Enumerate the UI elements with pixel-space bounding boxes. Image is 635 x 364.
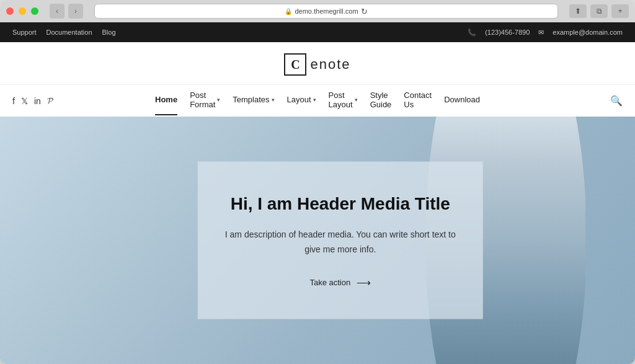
website-content: Support Documentation Blog 📞 (123)456-78… xyxy=(0,22,635,364)
hero-section: Hi, I am Header Media Title I am descrip… xyxy=(0,117,635,364)
minimize-button[interactable] xyxy=(19,7,26,15)
maximize-button[interactable] xyxy=(31,7,38,15)
nav-item-templates[interactable]: Templates ▾ xyxy=(233,95,274,107)
email-icon: ✉ xyxy=(538,29,544,37)
chevron-down-icon: ▾ xyxy=(313,97,316,103)
share-button[interactable]: ⬆ xyxy=(569,4,587,18)
logo-text: enote xyxy=(310,56,350,73)
phone-icon: 📞 xyxy=(468,29,476,37)
blog-link[interactable]: Blog xyxy=(102,29,116,36)
forward-button[interactable]: › xyxy=(68,4,83,19)
chevron-down-icon: ▾ xyxy=(217,97,220,103)
logo-area: C enote xyxy=(0,42,635,84)
newtab-button[interactable]: + xyxy=(611,4,629,18)
nav-item-post-layout[interactable]: Post Layout ▾ xyxy=(329,91,358,112)
chevron-down-icon: ▾ xyxy=(355,97,358,103)
browser-window: ‹ › 🔒 demo.themegrill.com ↻ ⬆ ⧉ + Suppor… xyxy=(0,0,635,364)
topbar-right: 📞 (123)456-7890 ✉ example@domain.com xyxy=(468,29,623,37)
nav-area: f 𝕏 in 𝓟 Home Post Format ▾ Templates ▾ xyxy=(0,84,635,117)
site-logo[interactable]: C enote xyxy=(284,53,350,76)
hero-title: Hi, I am Header Media Title xyxy=(223,192,458,215)
cta-arrow-icon: ⟶ xyxy=(357,277,371,288)
email-address: example@domain.com xyxy=(553,29,623,36)
browser-actions: ⬆ ⧉ + xyxy=(569,4,629,18)
nav-item-style-guide[interactable]: Style Guide xyxy=(370,91,392,112)
cta-label: Take action xyxy=(309,278,350,287)
twitter-icon[interactable]: 𝕏 xyxy=(21,96,28,106)
pinterest-icon[interactable]: 𝓟 xyxy=(47,95,53,106)
search-button[interactable]: 🔍 xyxy=(610,95,623,107)
documentation-link[interactable]: Documentation xyxy=(47,29,92,36)
nav-item-contact-us[interactable]: Contact Us xyxy=(404,91,432,112)
logo-letter: C xyxy=(284,53,306,76)
back-button[interactable]: ‹ xyxy=(50,4,64,19)
close-button[interactable] xyxy=(6,7,14,15)
browser-nav: ‹ › xyxy=(50,4,83,19)
social-icons: f 𝕏 in 𝓟 xyxy=(12,95,53,106)
linkedin-icon[interactable]: in xyxy=(34,96,41,106)
nav-item-layout[interactable]: Layout ▾ xyxy=(287,95,316,107)
phone-number: (123)456-7890 xyxy=(485,29,530,36)
hero-description: I am description of header media. You ca… xyxy=(223,227,458,257)
reload-button[interactable]: ↻ xyxy=(361,7,368,16)
support-link[interactable]: Support xyxy=(12,29,37,36)
lock-icon: 🔒 xyxy=(285,8,292,15)
top-bar: Support Documentation Blog 📞 (123)456-78… xyxy=(0,22,635,42)
nav-item-post-format[interactable]: Post Format ▾ xyxy=(190,91,220,112)
nav-item-download[interactable]: Download xyxy=(444,95,480,107)
browser-titlebar: ‹ › 🔒 demo.themegrill.com ↻ ⬆ ⧉ + xyxy=(0,0,635,22)
topbar-left: Support Documentation Blog xyxy=(12,29,116,36)
url-text: demo.themegrill.com xyxy=(295,7,358,15)
main-nav: Home Post Format ▾ Templates ▾ Layout ▾ … xyxy=(155,91,480,112)
chevron-down-icon: ▾ xyxy=(272,97,275,103)
hero-cta-button[interactable]: Take action ⟶ xyxy=(309,277,371,288)
facebook-icon[interactable]: f xyxy=(12,96,15,106)
address-bar[interactable]: 🔒 demo.themegrill.com ↻ xyxy=(94,4,558,19)
nav-item-home[interactable]: Home xyxy=(155,95,177,107)
newwindow-button[interactable]: ⧉ xyxy=(590,4,608,18)
hero-card: Hi, I am Header Media Title I am descrip… xyxy=(198,161,483,319)
